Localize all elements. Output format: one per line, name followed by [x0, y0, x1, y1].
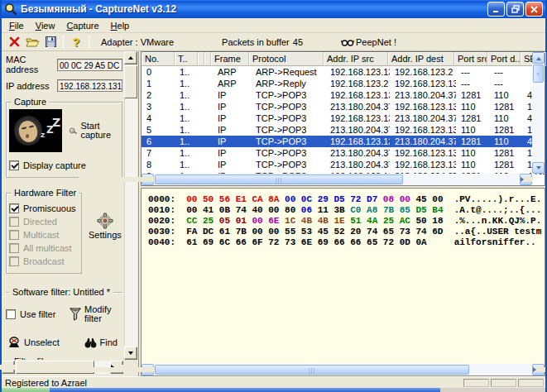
packet-cell	[198, 124, 205, 136]
column-header[interactable]: Addr. IP src	[324, 52, 388, 66]
packet-list-horizontal-scrollbar[interactable]: |||	[142, 174, 532, 185]
menu-capture[interactable]: Capture	[60, 19, 104, 32]
scroll-down-button[interactable]	[124, 347, 137, 360]
scroll-up-button[interactable]	[532, 52, 545, 64]
packet-cell: TCP->POP3	[251, 147, 325, 159]
hardware-filter-option-label: Broadcast	[23, 256, 65, 266]
help-icon[interactable]: ?	[67, 34, 85, 50]
column-header[interactable]: Frame	[211, 52, 249, 66]
packet-cell: 1..	[175, 159, 198, 170]
packet-cell: 192.168.123.133	[325, 136, 390, 147]
panel-vertical-scrollbar[interactable]	[124, 51, 137, 360]
save-icon[interactable]	[41, 34, 60, 50]
scroll-left-button[interactable]	[2, 361, 15, 374]
settings-button[interactable]: Settings	[89, 213, 122, 240]
hex-bytes: 00 41 0B 74 40 00 80 06 11 3B C0 A8 7B 8…	[186, 205, 453, 216]
peepnet-button[interactable]: PeepNet !	[341, 37, 396, 47]
hardware-filter-option: Directed	[9, 217, 79, 227]
scroll-up-button[interactable]	[124, 51, 137, 65]
packet-row[interactable]: 21..IPTCP->POP3192.168.123.133213.180.20…	[142, 89, 545, 101]
packet-cell: 1281	[456, 112, 489, 124]
delete-icon[interactable]	[5, 34, 23, 50]
scroll-thumb[interactable]: |||	[155, 365, 469, 375]
column-header[interactable]: Addr. IP dest	[388, 52, 454, 66]
menu-file[interactable]: File	[3, 19, 30, 32]
hex-ascii: .%...n.KK.QJ%.P.	[454, 216, 542, 226]
hex-offset: 0040:	[148, 237, 186, 247]
packet-cell	[198, 147, 205, 159]
mac-address-field[interactable]: 00 0C 29 A5 DC 7F	[57, 59, 122, 71]
registration-status: Registered to Azrael	[5, 378, 87, 388]
minimize-button[interactable]	[487, 2, 505, 17]
close-button[interactable]	[525, 2, 543, 17]
column-header[interactable]	[198, 52, 204, 66]
scroll-thumb[interactable]: |||	[155, 174, 403, 184]
modify-filter-label: Modify filter	[84, 305, 121, 323]
packet-cell: IP	[213, 89, 251, 101]
mac-address-label: MAC address	[6, 55, 57, 74]
find-button[interactable]: Find	[84, 337, 118, 348]
scroll-left-button[interactable]	[142, 174, 154, 185]
filter-files-title: Filter files	[12, 356, 55, 360]
hex-ascii: .A.t@....;..{...	[454, 205, 542, 215]
packet-cell	[205, 66, 213, 78]
packet-cell: TCP->POP3	[251, 136, 325, 147]
packet-cell: ARP	[213, 66, 251, 78]
column-header[interactable]: T..	[175, 52, 198, 66]
packet-cell: 1281	[489, 101, 522, 112]
column-header[interactable]	[204, 52, 211, 66]
capture-group-title: Capture	[12, 97, 49, 107]
unselect-button[interactable]: Unselect	[7, 337, 60, 348]
packet-list-vertical-scrollbar[interactable]: ≡	[532, 52, 545, 174]
ip-address-field[interactable]: 192.168.123.131	[57, 79, 122, 92]
toolbar-separator	[89, 36, 89, 49]
use-filter-checkbox[interactable]: Use filter	[6, 309, 55, 319]
scroll-right-button[interactable]	[532, 364, 545, 375]
packet-cell: 1..	[175, 89, 198, 101]
packet-list: No.T..FrameProtocolAddr. IP srcAddr. IP …	[141, 51, 545, 186]
hardware-filter-group: Hardware Filter PromiscuousDirectedMulti…	[6, 193, 82, 274]
scroll-thumb[interactable]: ≡	[533, 65, 544, 83]
packet-cell: 1..	[175, 78, 198, 89]
restore-button[interactable]	[506, 2, 524, 17]
toolbar: ? Adapter : VMware Packets in buffer 45 …	[2, 33, 545, 51]
column-header[interactable]: Protocol	[249, 52, 324, 66]
packet-row[interactable]: 71..IPTCP->POP3213.180.204.37192.168.123…	[142, 147, 545, 159]
window-title: Безымянный - CaptureNet v3.12	[21, 3, 486, 15]
packet-row[interactable]: 01..ARPARP->Request192.168.123.133192.16…	[142, 66, 545, 78]
find-label: Find	[100, 337, 118, 347]
column-header[interactable]: No.	[142, 52, 175, 66]
checkbox-icon	[9, 217, 19, 227]
hex-horizontal-scrollbar[interactable]: |||	[142, 364, 545, 375]
hardware-filter-option-label: Directed	[23, 217, 57, 227]
packet-cell	[198, 112, 205, 124]
start-capture-button[interactable]: Start capture	[69, 122, 117, 140]
packet-cell	[198, 89, 205, 101]
scroll-right-button[interactable]	[520, 174, 532, 185]
packet-row[interactable]: 41..IPTCP->POP3192.168.123.133213.180.20…	[142, 112, 545, 124]
packet-cell: 213.180.204.37	[390, 136, 456, 147]
status-panels	[463, 379, 544, 387]
display-capture-checkbox[interactable]: Display capture	[9, 160, 119, 170]
packet-row[interactable]: 11..ARPARP->Reply192.168.123.2192.168.12…	[142, 78, 545, 89]
column-header[interactable]: Port src	[454, 52, 487, 66]
column-header[interactable]: Port d...	[487, 52, 521, 66]
open-folder-icon[interactable]	[23, 34, 41, 50]
packet-cell: 4	[142, 112, 175, 124]
packet-row[interactable]: 51..IPTCP->POP3213.180.204.37192.168.123…	[142, 124, 545, 136]
packet-cell	[205, 112, 213, 124]
packet-row[interactable]: 31..IPTCP->POP3213.180.204.37192.168.123…	[142, 101, 545, 112]
menu-help[interactable]: Help	[105, 19, 136, 32]
packet-cell: 192.168.123.133	[390, 147, 456, 159]
packet-cell: ---	[456, 78, 489, 89]
scroll-thumb[interactable]	[124, 65, 137, 98]
packet-row[interactable]: 81..IPTCP->POP3213.180.204.37192.168.123…	[142, 159, 545, 170]
menu-view[interactable]: View	[30, 19, 61, 32]
packet-cell: 1..	[175, 101, 198, 112]
packet-row[interactable]: 61..IPTCP->POP3192.168.123.133213.180.20…	[142, 136, 545, 147]
hardware-filter-option[interactable]: Promiscuous	[9, 203, 79, 213]
checkbox-icon	[9, 256, 19, 266]
scroll-down-button[interactable]	[532, 162, 545, 174]
modify-filter-button[interactable]: Modify filter	[70, 305, 121, 323]
scroll-left-button[interactable]	[142, 364, 154, 375]
